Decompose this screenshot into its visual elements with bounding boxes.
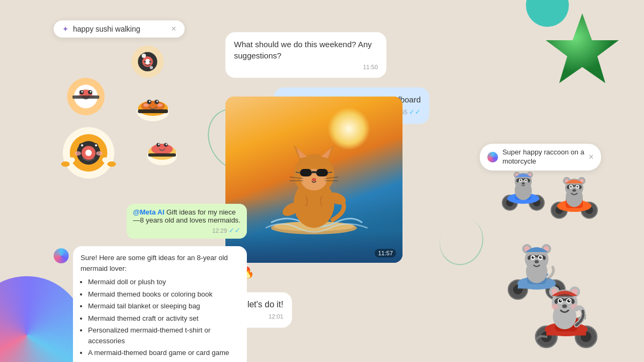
svg-point-161 (569, 300, 570, 301)
message-text-1: What should we do this weekend? Any sugg… (234, 40, 372, 60)
sparkle-icon: ✦ (62, 25, 69, 33)
svg-point-15 (90, 91, 92, 93)
svg-point-37 (95, 144, 97, 146)
raccoon-stickers-area (488, 166, 612, 349)
svg-point-24 (149, 101, 151, 102)
svg-point-27 (157, 104, 163, 107)
ai-list-item: Mermaid tail blanket or sleeping bag (88, 301, 239, 312)
svg-rect-18 (72, 95, 99, 99)
svg-rect-61 (300, 169, 312, 176)
svg-point-92 (522, 182, 525, 184)
received-message-1: What should we do this weekend? Any sugg… (225, 32, 386, 78)
svg-line-64 (296, 172, 300, 173)
cat-illustration (225, 97, 402, 263)
svg-point-159 (567, 299, 570, 302)
sushi-sticker-2 (64, 75, 107, 118)
search-input[interactable]: happy sushi walking (73, 25, 167, 33)
close-icon[interactable]: × (171, 25, 176, 33)
ai-list-item: Mermaid doll or plush toy (88, 277, 239, 287)
raccoon-sticker-4 (531, 279, 601, 354)
svg-point-36 (81, 144, 83, 146)
ai-chat-area: @Meta AI Gift ideas for my niece—8 years… (54, 204, 247, 362)
ai-list-item: Mermaid themed books or coloring book (88, 289, 239, 300)
svg-point-38 (75, 151, 81, 156)
svg-point-132 (539, 256, 542, 259)
raccoon-sticker-2 (547, 172, 601, 225)
ai-list-item: Personalized mermaid-themed t-shirt or a… (88, 325, 239, 346)
svg-rect-51 (148, 153, 176, 157)
svg-point-66 (312, 178, 316, 181)
svg-rect-63 (312, 171, 316, 173)
ai-response-row: Sure! Here are some gift ideas for an 8-… (54, 246, 247, 362)
message-time-1: 11:50 (363, 63, 378, 71)
svg-point-167 (551, 304, 559, 309)
svg-point-131 (532, 256, 535, 259)
svg-point-8 (149, 61, 151, 63)
lol-time: 12:01 (268, 313, 283, 321)
sushi-sticker-1 (129, 43, 166, 80)
svg-point-7 (144, 61, 146, 63)
meta-ai-small-icon (487, 152, 498, 162)
svg-point-166 (562, 305, 567, 308)
svg-point-43 (107, 161, 116, 167)
svg-point-6 (150, 66, 153, 69)
green-star-decoration (545, 11, 620, 93)
svg-point-42 (61, 161, 70, 167)
read-receipt: ✓✓ (409, 107, 421, 117)
svg-point-25 (157, 101, 158, 102)
sushi-search-bar[interactable]: ✦ happy sushi walking × (54, 20, 185, 38)
ai-response-intro: Sure! Here are some gift ideas for an 8-… (80, 254, 228, 272)
ai-response-list: Mermaid doll or plush toy Mermaid themed… (88, 277, 239, 358)
svg-point-133 (533, 256, 534, 257)
ai-list-item: A mermaid-themed board game or card game (88, 348, 239, 358)
sushi-sticker-4 (59, 123, 118, 182)
ai-response-bubble: Sure! Here are some gift ideas for an 8-… (73, 246, 247, 362)
svg-point-50 (166, 144, 167, 145)
svg-point-160 (560, 300, 561, 301)
raccoon-close-icon[interactable]: × (589, 152, 594, 162)
curve-decoration-right (433, 211, 490, 271)
svg-point-14 (82, 91, 83, 93)
raccoon-sticker-1 (499, 166, 547, 215)
svg-point-39 (96, 151, 103, 156)
svg-line-65 (328, 172, 332, 173)
svg-point-5 (142, 54, 146, 58)
cat-surfboard-image: 11:57 (225, 97, 402, 263)
sushi-sticker-5 (142, 129, 182, 169)
svg-point-158 (559, 299, 562, 302)
image-timestamp: 11:57 (375, 249, 396, 257)
svg-rect-62 (316, 169, 328, 176)
sushi-stickers-area (54, 38, 188, 188)
svg-point-108 (571, 186, 572, 187)
svg-point-46 (151, 144, 173, 154)
ai-mention-message: @Meta AI Gift ideas for my niece—8 years… (127, 204, 247, 239)
svg-point-26 (143, 104, 149, 107)
ai-list-item: Mermaid themed craft or activity set (88, 313, 239, 324)
svg-rect-28 (138, 109, 168, 113)
image-message-container: 11:57 ❤️ 🔥 (225, 97, 402, 263)
sushi-sticker-3 (129, 80, 177, 129)
svg-point-109 (577, 186, 579, 187)
svg-point-86 (520, 180, 522, 181)
svg-point-114 (573, 189, 576, 192)
svg-point-33 (85, 150, 92, 156)
svg-point-134 (540, 256, 541, 257)
mention-time: 12:29 (212, 227, 227, 234)
svg-point-87 (525, 180, 527, 181)
raccoon-search-text: Super happy raccoon on a motorcycle (502, 148, 584, 166)
svg-point-139 (535, 260, 539, 263)
svg-marker-0 (546, 13, 619, 83)
ai-avatar (54, 248, 69, 263)
svg-point-49 (158, 144, 160, 145)
